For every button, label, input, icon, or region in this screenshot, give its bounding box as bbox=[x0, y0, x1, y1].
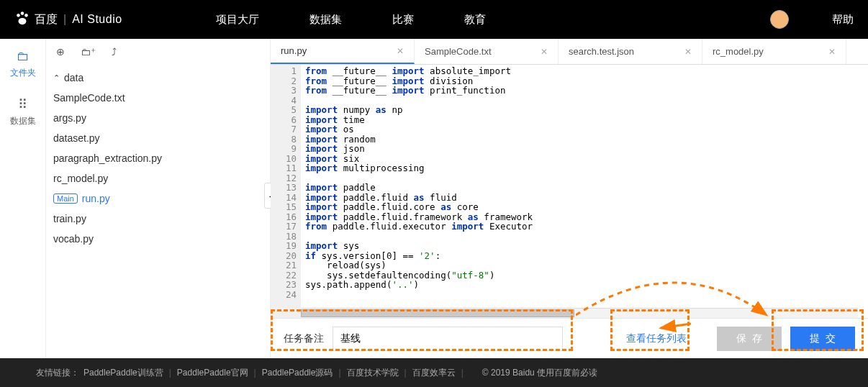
folder-label: data bbox=[64, 72, 83, 83]
chevron-icon: ⌃ bbox=[53, 73, 60, 83]
file-label: vocab.py bbox=[53, 233, 94, 245]
header-right: 帮助 bbox=[770, 10, 854, 29]
tab-search-test-json[interactable]: search.test.json✕ bbox=[559, 39, 702, 64]
tree-file-paragraph_extraction-py[interactable]: paragraph_extraction.py bbox=[46, 148, 270, 168]
tab-SampleCode-txt[interactable]: SampleCode.txt✕ bbox=[415, 39, 559, 64]
code-editor[interactable]: 123456789101112131415161718192021222324 … bbox=[271, 65, 868, 318]
tree-file-args-py[interactable]: args.py bbox=[46, 108, 270, 128]
footer: 友情链接： PaddlePaddle训练营|PaddlePaddle官网|Pad… bbox=[0, 358, 868, 387]
tab-run-py[interactable]: run.py✕ bbox=[271, 39, 415, 64]
file-label: train.py bbox=[53, 213, 86, 224]
svg-point-3 bbox=[19, 18, 27, 24]
rail-files-label: 文件夹 bbox=[10, 68, 36, 78]
editor-pane: ◂ run.py✕SampleCode.txt✕search.test.json… bbox=[271, 39, 868, 358]
file-label: rc_model.py bbox=[53, 173, 108, 184]
logo[interactable]: 百度 | AI Studio bbox=[14, 10, 122, 29]
close-icon[interactable]: ✕ bbox=[828, 47, 836, 57]
footer-link[interactable]: PaddlePaddle训练营 bbox=[83, 368, 163, 378]
scroll-thumb[interactable] bbox=[301, 309, 574, 317]
tree-file-train-py[interactable]: train.py bbox=[46, 209, 270, 229]
file-label: SampleCode.txt bbox=[53, 92, 125, 104]
footer-link[interactable]: PaddlePaddle官网 bbox=[177, 368, 248, 378]
folder-icon: 🗀 bbox=[0, 49, 45, 64]
code-area[interactable]: from __future__ import absolute_importfr… bbox=[301, 65, 868, 301]
tab-label: SampleCode.txt bbox=[425, 46, 492, 57]
help-link[interactable]: 帮助 bbox=[832, 13, 854, 27]
tree-file-SampleCode-txt[interactable]: SampleCode.txt bbox=[46, 88, 270, 108]
left-rail: 🗀 文件夹 ⠿ 数据集 bbox=[0, 39, 46, 358]
brand-divider: | bbox=[63, 13, 66, 26]
svg-point-1 bbox=[21, 12, 24, 15]
nav-item-competitions[interactable]: 比赛 bbox=[392, 13, 414, 27]
rail-datasets-label: 数据集 bbox=[10, 116, 36, 126]
close-icon[interactable]: ✕ bbox=[684, 47, 692, 57]
file-label: run.py bbox=[82, 193, 110, 204]
file-label: dataset.py bbox=[53, 132, 100, 144]
save-button[interactable]: 保存 bbox=[717, 327, 782, 351]
tree-list: ⌃ data SampleCode.txtargs.pydataset.pypa… bbox=[46, 65, 270, 252]
file-label: args.py bbox=[53, 112, 86, 124]
tree-file-run-py[interactable]: Mainrun.py bbox=[46, 188, 270, 209]
line-gutter: 123456789101112131415161718192021222324 bbox=[271, 65, 301, 318]
rail-datasets[interactable]: ⠿ 数据集 bbox=[0, 86, 45, 135]
tab-label: rc_model.py bbox=[713, 46, 764, 57]
tab-bar: run.py✕SampleCode.txt✕search.test.json✕r… bbox=[271, 39, 868, 65]
tab-label: search.test.json bbox=[569, 46, 634, 57]
tab-rc_model-py[interactable]: rc_model.py✕ bbox=[702, 39, 846, 64]
editor-scrollbar[interactable] bbox=[301, 308, 858, 318]
file-tree: ⊕ 🗀⁺ ⤴ ⌃ data SampleCode.txtargs.pydatas… bbox=[46, 39, 271, 358]
nav-item-education[interactable]: 教育 bbox=[464, 13, 486, 27]
tree-toolbar: ⊕ 🗀⁺ ⤴ bbox=[46, 39, 270, 65]
task-note-input[interactable] bbox=[333, 327, 563, 351]
baidu-paw-icon bbox=[14, 10, 30, 29]
new-folder-icon[interactable]: 🗀⁺ bbox=[81, 46, 96, 58]
upload-icon[interactable]: ⤴ bbox=[112, 46, 117, 58]
new-file-icon[interactable]: ⊕ bbox=[56, 46, 65, 58]
main: 🗀 文件夹 ⠿ 数据集 ⊕ 🗀⁺ ⤴ ⌃ data SampleCode.txt… bbox=[0, 39, 868, 358]
task-note-label: 任务备注 bbox=[284, 332, 324, 345]
tree-file-rc_model-py[interactable]: rc_model.py bbox=[46, 168, 270, 188]
submit-bar: 任务备注 查看任务列表 保存 提交 bbox=[271, 318, 868, 358]
avatar[interactable] bbox=[770, 10, 789, 29]
footer-link[interactable]: PaddlePaddle源码 bbox=[262, 368, 333, 378]
svg-point-2 bbox=[24, 14, 28, 17]
svg-point-0 bbox=[17, 14, 20, 17]
rail-files[interactable]: 🗀 文件夹 bbox=[0, 39, 45, 86]
file-label: paragraph_extraction.py bbox=[53, 152, 162, 164]
submit-button[interactable]: 提交 bbox=[790, 327, 855, 351]
main-badge: Main bbox=[53, 194, 78, 204]
footer-link[interactable]: 百度技术学院 bbox=[347, 368, 399, 378]
header-bar: 百度 | AI Studio 项目大厅 数据集 比赛 教育 帮助 bbox=[0, 0, 868, 39]
footer-copyright: © 2019 Baidu 使用百度前必读 bbox=[482, 367, 597, 379]
brand-sub: AI Studio bbox=[72, 13, 122, 26]
close-icon[interactable]: ✕ bbox=[541, 47, 548, 57]
footer-prefix: 友情链接： bbox=[36, 367, 79, 379]
nav-item-datasets[interactable]: 数据集 bbox=[309, 13, 342, 27]
grid-icon: ⠿ bbox=[0, 96, 45, 112]
nav-item-projects[interactable]: 项目大厅 bbox=[216, 13, 259, 27]
tree-file-dataset-py[interactable]: dataset.py bbox=[46, 128, 270, 148]
footer-link[interactable]: 百度效率云 bbox=[412, 368, 456, 378]
brand-text: 百度 bbox=[35, 12, 58, 27]
close-icon[interactable]: ✕ bbox=[397, 46, 404, 56]
tree-folder-data[interactable]: ⌃ data bbox=[46, 68, 270, 88]
tree-file-vocab-py[interactable]: vocab.py bbox=[46, 229, 270, 249]
view-task-list-link[interactable]: 查看任务列表 bbox=[626, 332, 687, 345]
top-nav: 项目大厅 数据集 比赛 教育 bbox=[216, 13, 486, 27]
tab-label: run.py bbox=[281, 45, 307, 56]
